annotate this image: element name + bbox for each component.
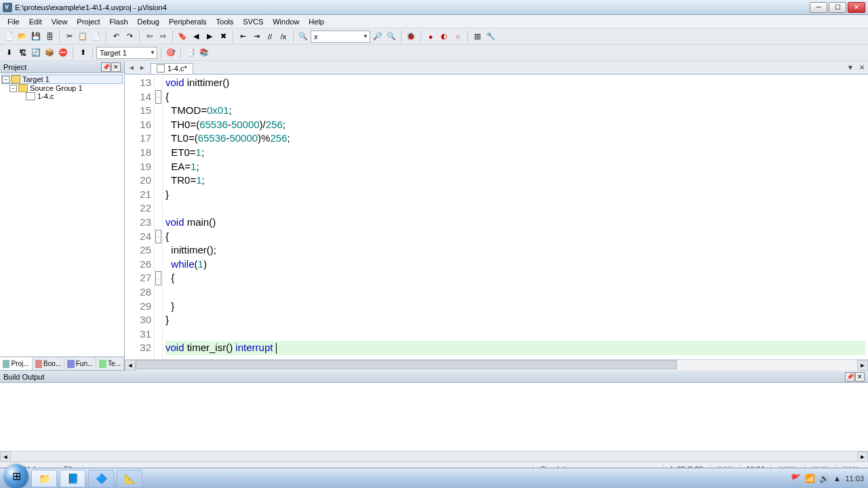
configure-icon[interactable]: 🔧 — [485, 30, 497, 43]
rebuild-icon[interactable]: 🔄 — [30, 47, 42, 59]
project-tree[interactable]: − Target 1 − Source Group 1 1-4.c — [0, 73, 124, 357]
tray-volume-icon[interactable]: 🔊 — [819, 474, 829, 483]
breakpoint-enable-icon[interactable]: ◐ — [438, 30, 450, 43]
menu-flash[interactable]: Flash — [105, 16, 133, 27]
tree-toggle-icon[interactable]: − — [9, 85, 17, 92]
scroll-right-icon[interactable]: ► — [857, 451, 868, 462]
undo-icon[interactable]: ↶ — [110, 30, 122, 43]
redo-icon[interactable]: ↷ — [123, 30, 136, 43]
fold-column[interactable]: --- — [155, 75, 163, 359]
breakpoint-disable-icon[interactable]: ○ — [452, 30, 464, 43]
bookmark-prev-icon[interactable]: ◀ — [190, 30, 202, 43]
tree-node-group[interactable]: − Source Group 1 — [1, 84, 123, 92]
scroll-left-icon[interactable]: ◄ — [0, 451, 11, 462]
paste-icon[interactable]: 📄 — [90, 30, 102, 43]
build-output-body[interactable] — [0, 383, 868, 451]
maximize-button[interactable]: ☐ — [829, 2, 846, 13]
target-combo[interactable]: Target 1 — [96, 47, 157, 59]
open-file-icon[interactable]: 📂 — [16, 30, 28, 43]
stop-build-icon[interactable]: ⛔ — [57, 47, 69, 59]
code-lines[interactable]: void inittimer(){ TMOD=0x01; TH0=(65536-… — [163, 75, 868, 359]
scroll-thumb[interactable] — [136, 360, 677, 369]
separator — [233, 30, 233, 43]
tray-network-icon[interactable]: 📶 — [805, 474, 815, 483]
nav-fwd-icon[interactable]: ⇨ — [157, 30, 169, 43]
panel-pin-icon[interactable]: 📌 — [845, 372, 854, 382]
tray-clock[interactable]: 11:03 — [845, 474, 864, 483]
menu-project[interactable]: Project — [72, 16, 104, 27]
translate-icon[interactable]: ⬇ — [3, 47, 15, 59]
panel-close-icon[interactable]: ✕ — [855, 372, 865, 382]
new-file-icon[interactable]: 📄 — [3, 30, 15, 43]
tab-dropdown-icon[interactable]: ▼ — [845, 64, 856, 71]
tray-arrow-icon[interactable]: ▲ — [833, 474, 842, 483]
menu-svcs[interactable]: SVCS — [238, 16, 268, 27]
window-icon[interactable]: ▥ — [471, 30, 484, 43]
scroll-track[interactable] — [136, 360, 857, 371]
menu-peripherals[interactable]: Peripherals — [164, 16, 212, 27]
find-combo[interactable]: x — [311, 30, 370, 43]
fold-toggle-icon[interactable]: - — [155, 90, 161, 104]
minimize-button[interactable]: ─ — [810, 2, 827, 13]
debug-icon[interactable]: 🐞 — [405, 30, 417, 43]
tab-project[interactable]: Proj... — [0, 357, 33, 370]
tab-books[interactable]: Boo... — [33, 357, 65, 370]
uncomment-icon[interactable]: /x — [277, 30, 290, 43]
copy-icon[interactable]: 📋 — [77, 30, 89, 43]
file-ext-icon[interactable]: 📑 — [184, 47, 197, 59]
taskbar-item-uvision[interactable]: 📐 — [117, 470, 142, 487]
incremental-find-icon[interactable]: 🔍 — [385, 30, 397, 43]
taskbar-item-proteus[interactable]: 🔷 — [88, 470, 114, 487]
tree-toggle-icon[interactable]: − — [2, 76, 9, 83]
tab-functions[interactable]: Fun... — [64, 357, 96, 370]
save-all-icon[interactable]: 🗄 — [43, 30, 56, 43]
find-icon[interactable]: 🔍 — [297, 30, 309, 43]
bookmark-next-icon[interactable]: ▶ — [203, 30, 216, 43]
menu-file[interactable]: File — [3, 16, 24, 27]
start-button[interactable]: ⊞ — [4, 464, 28, 489]
bookmark-icon[interactable]: 🔖 — [176, 30, 189, 43]
tab-close-icon[interactable]: ✕ — [857, 64, 867, 71]
save-file-icon[interactable]: 💾 — [30, 30, 42, 43]
tab-nav-right-icon[interactable]: ► — [137, 62, 148, 73]
fold-toggle-icon[interactable]: - — [155, 230, 161, 244]
nav-back-icon[interactable]: ⇦ — [143, 30, 155, 43]
comment-icon[interactable]: // — [264, 30, 276, 43]
breakpoint-insert-icon[interactable]: ● — [425, 30, 437, 43]
menu-edit[interactable]: Edit — [24, 16, 47, 27]
batch-build-icon[interactable]: 📦 — [43, 47, 56, 59]
build-output-scrollbar[interactable]: ◄ ► — [0, 451, 868, 462]
cut-icon[interactable]: ✂ — [63, 30, 75, 43]
panel-pin-icon[interactable]: 📌 — [101, 62, 111, 72]
bookmark-clear-icon[interactable]: ✖ — [217, 30, 229, 43]
download-icon[interactable]: ⬆ — [77, 47, 89, 59]
taskbar-item-explorer[interactable]: 📁 — [31, 470, 57, 487]
tab-templates[interactable]: Te... — [96, 357, 124, 370]
scroll-right-icon[interactable]: ► — [857, 360, 868, 371]
indent-right-icon[interactable]: ⇥ — [250, 30, 262, 43]
editor-horizontal-scrollbar[interactable]: ◄ ► — [125, 359, 868, 370]
close-button[interactable]: ✕ — [848, 2, 865, 13]
tree-node-target[interactable]: − Target 1 — [1, 75, 123, 84]
fold-toggle-icon[interactable]: - — [155, 271, 161, 285]
menu-view[interactable]: View — [47, 16, 73, 27]
editor-tabs: ◄ ► 1-4.c* ▼ ✕ — [125, 61, 868, 75]
code-editor[interactable]: 1314151617181920212223242526272829303132… — [125, 75, 868, 359]
menu-tools[interactable]: Tools — [212, 16, 239, 27]
separator — [161, 47, 161, 59]
tab-nav-left-icon[interactable]: ◄ — [126, 62, 137, 73]
manage-icon[interactable]: 📚 — [198, 47, 210, 59]
panel-close-icon[interactable]: ✕ — [111, 62, 121, 72]
taskbar-item-app[interactable]: 📘 — [60, 470, 85, 487]
menu-help[interactable]: Help — [304, 16, 329, 27]
file-tab[interactable]: 1-4.c* — [151, 63, 193, 74]
tray-flag-icon[interactable]: 🚩 — [791, 474, 801, 483]
menu-window[interactable]: Window — [268, 16, 304, 27]
menu-debug[interactable]: Debug — [133, 16, 164, 27]
indent-left-icon[interactable]: ⇤ — [237, 30, 249, 43]
build-icon[interactable]: 🏗 — [16, 47, 28, 59]
tree-node-file[interactable]: 1-4.c — [1, 92, 123, 100]
target-options-icon[interactable]: 🎯 — [165, 47, 177, 59]
find-in-files-icon[interactable]: 🔎 — [372, 30, 384, 43]
scroll-left-icon[interactable]: ◄ — [125, 360, 136, 371]
